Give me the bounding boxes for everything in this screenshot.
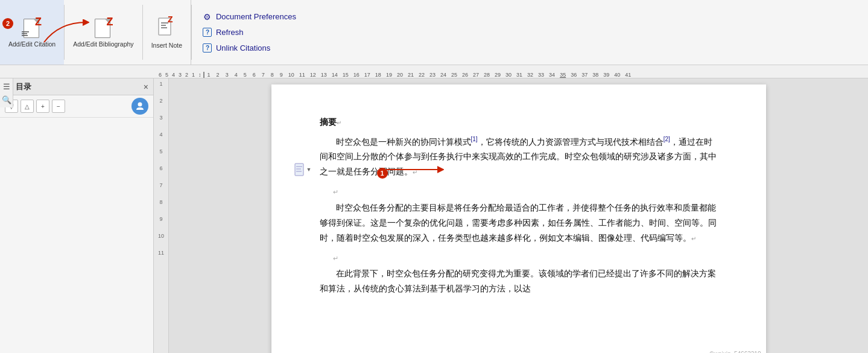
search-icon[interactable]: 🔍 — [1, 94, 12, 105]
refresh-item[interactable]: ? Refresh — [199, 26, 305, 39]
svg-rect-0 — [22, 31, 29, 33]
svg-point-8 — [138, 103, 142, 107]
para-3: 在此背景下，时空众包任务分配的研究变得尤为重要。该领域的学者们已经提出了许多不同… — [320, 267, 718, 297]
badge-1: 1 — [377, 168, 388, 179]
para-break-1: ↵ — [320, 186, 718, 198]
add-item-button[interactable]: + — [36, 100, 49, 113]
sidebar-toggle-icon[interactable]: ☰ — [1, 81, 12, 92]
toolbar: Z Add/Edit Citation 2 Z — [0, 0, 868, 65]
badge-2: 2 — [2, 18, 13, 29]
document-area[interactable]: ▼ 1 摘要↵ 时空众包是一种新兴的协同计算模式[1]，它将传统的人力资源管理方… — [169, 78, 868, 353]
remove-item-button[interactable]: − — [52, 100, 65, 113]
add-edit-bibliography-button[interactable]: Z Add/Edit Bibliography — [65, 0, 142, 65]
zotero-menu: ⚙ Document Preferences ? Refresh ? Unlin… — [192, 0, 312, 65]
citation-1[interactable]: [1] — [471, 136, 478, 142]
add-edit-citation-button[interactable]: Z Add/Edit Citation 2 — [0, 0, 64, 65]
document-preferences-item[interactable]: ⚙ Document Preferences — [199, 10, 305, 24]
svg-text:Z: Z — [168, 16, 173, 24]
main-content: ☰ 🔍 ☰ 目录 × ▽ △ + − 1 2 3 4 5 6 7 8 9 — [0, 78, 868, 353]
sidebar-header: ☰ 目录 × — [0, 78, 153, 95]
svg-rect-1 — [22, 33, 27, 34]
bibliography-icon: Z — [92, 16, 114, 38]
section-title: 摘要↵ — [320, 115, 718, 130]
vertical-ruler: 1 2 3 4 5 6 7 8 9 10 11 — [154, 78, 169, 353]
watermark: ©weixin_54663210 — [709, 349, 761, 354]
user-avatar — [131, 98, 148, 115]
svg-rect-9 — [295, 164, 303, 176]
insert-note-button[interactable]: Z Insert Note — [143, 0, 191, 65]
sidebar-close-button[interactable]: × — [144, 82, 148, 92]
svg-rect-2 — [22, 35, 28, 36]
ruler: 6 5 4 3 2 1 ↕ 1 2 3 4 5 6 7 8 9 10 11 12… — [0, 65, 868, 78]
question-icon-unlink: ? — [203, 43, 212, 53]
citation-icon: Z — [21, 16, 43, 38]
insert-note-icon: Z — [157, 16, 176, 39]
gear-icon: ⚙ — [203, 12, 212, 22]
sidebar-title: 目录 — [16, 81, 31, 92]
unlink-citations-item[interactable]: ? Unlink Citations — [199, 42, 305, 55]
sidebar-controls: ▽ △ + − — [0, 95, 153, 118]
citation-2[interactable]: [2] — [664, 136, 670, 142]
paragraph-icon: ▼ — [294, 163, 312, 176]
sidebar: ☰ 🔍 ☰ 目录 × ▽ △ + − — [0, 78, 154, 353]
expand-button[interactable]: △ — [21, 100, 34, 113]
question-icon-refresh: ? — [203, 28, 212, 37]
para-2: 时空众包任务分配的主要目标是将任务分配给最适合的工作者，并使得整个任务的执行效率… — [320, 201, 718, 246]
document-page: ▼ 1 摘要↵ 时空众包是一种新兴的协同计算模式[1]，它将传统的人力资源管理方… — [271, 84, 766, 353]
para-break-2: ↵ — [320, 252, 718, 264]
